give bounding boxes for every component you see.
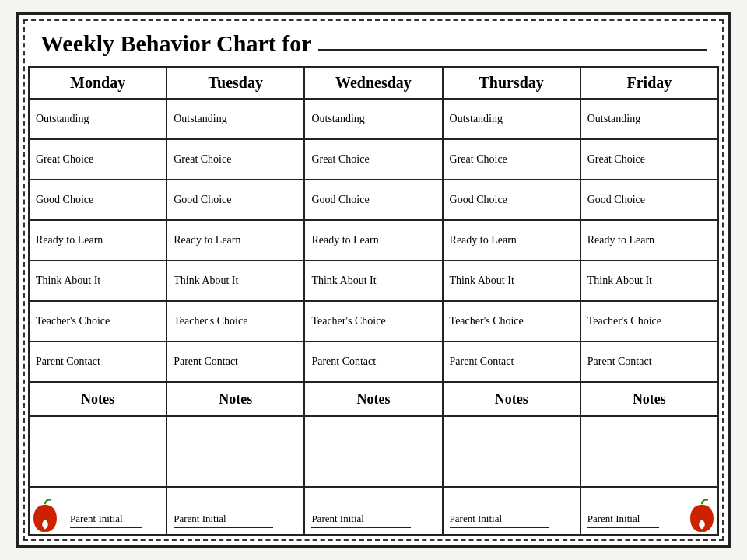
cell-friday-0: Outstanding [580,99,718,139]
cell-monday-3: Ready to Learn [29,220,167,261]
parent-initial-cell-wednesday: Parent Initial [304,487,442,535]
cell-thursday-1: Great Choice [443,139,580,180]
notes-content-friday[interactable] [580,416,718,486]
parent-initial-line-thursday [450,527,549,528]
parent-initial-cell-friday: Parent Initial [580,487,718,535]
behavior-chart-table: Monday Tuesday Wednesday Thursday Friday… [28,66,719,536]
cell-friday-5: Teacher's Choice [580,301,718,341]
cell-friday-6: Parent Contact [580,341,718,382]
cell-thursday-0: Outstanding [443,99,580,139]
notes-content-thursday[interactable] [443,416,580,486]
parent-initial-line-tuesday [174,527,272,528]
cell-tuesday-3: Ready to Learn [167,220,304,261]
parent-initial-cell-monday: Parent Initial [29,487,167,535]
header-thursday: Thursday [443,67,580,99]
cell-monday-4: Think About It [29,261,167,301]
behavior-row-6: Parent ContactParent ContactParent Conta… [29,341,718,382]
parent-initial-label-wednesday: Parent Initial [311,513,435,525]
cell-tuesday-0: Outstanding [167,99,304,139]
cell-wednesday-0: Outstanding [304,99,442,139]
title-area: Weekly Behavior Chart for [28,24,719,66]
parent-initial-line-wednesday [311,527,410,528]
behavior-row-3: Ready to LearnReady to LearnReady to Lea… [29,220,718,261]
behavior-row-2: Good ChoiceGood ChoiceGood ChoiceGood Ch… [29,180,718,220]
cell-tuesday-5: Teacher's Choice [167,301,304,341]
cell-monday-6: Parent Contact [29,341,167,382]
header-friday: Friday [580,67,718,99]
cell-thursday-5: Teacher's Choice [443,301,580,341]
header-tuesday: Tuesday [167,67,304,99]
cell-wednesday-3: Ready to Learn [304,220,442,261]
chart-title: Weekly Behavior Chart for [40,30,312,57]
cell-friday-3: Ready to Learn [580,220,718,261]
behavior-row-4: Think About ItThink About ItThink About … [29,261,718,301]
header-wednesday: Wednesday [304,67,442,99]
title-line [318,49,707,51]
cell-thursday-4: Think About It [443,261,580,301]
cell-monday-0: Outstanding [29,99,167,139]
parent-initial-line-monday [70,527,142,528]
notes-header-monday: Notes [29,382,167,416]
cell-thursday-3: Ready to Learn [443,220,580,261]
parent-initial-row: Parent InitialParent InitialParent Initi… [29,487,718,535]
cell-wednesday-1: Great Choice [304,139,442,180]
cell-tuesday-6: Parent Contact [167,341,304,382]
parent-initial-label-thursday: Parent Initial [450,513,573,525]
cell-wednesday-4: Think About It [304,261,442,301]
cell-tuesday-1: Great Choice [167,139,304,180]
parent-initial-cell-thursday: Parent Initial [443,487,580,535]
notes-content-wednesday[interactable] [304,416,442,486]
behavior-row-5: Teacher's ChoiceTeacher's ChoiceTeacher'… [29,301,718,341]
notes-header-thursday: Notes [443,382,580,416]
notes-content-monday[interactable] [29,416,167,486]
inner-content: Weekly Behavior Chart for Monday Tuesday… [28,24,719,536]
cell-wednesday-2: Good Choice [304,180,442,220]
header-row: Monday Tuesday Wednesday Thursday Friday [29,67,718,99]
parent-initial-line-friday [587,527,659,528]
notes-header-tuesday: Notes [167,382,304,416]
page-container: Weekly Behavior Chart for Monday Tuesday… [16,12,731,548]
notes-header-row: NotesNotesNotesNotesNotes [29,382,718,416]
behavior-row-1: Great ChoiceGreat ChoiceGreat ChoiceGrea… [29,139,718,180]
header-monday: Monday [29,67,167,99]
cell-monday-5: Teacher's Choice [29,301,167,341]
parent-initial-label-monday: Parent Initial [70,513,160,525]
cell-tuesday-2: Good Choice [167,180,304,220]
notes-content-tuesday[interactable] [167,416,304,486]
parent-initial-label-tuesday: Parent Initial [174,513,297,525]
cell-monday-1: Great Choice [29,139,167,180]
cell-monday-2: Good Choice [29,180,167,220]
cell-thursday-6: Parent Contact [443,341,580,382]
cell-wednesday-5: Teacher's Choice [304,301,442,341]
notes-content-row [29,416,718,486]
behavior-row-0: OutstandingOutstandingOutstandingOutstan… [29,99,718,139]
parent-initial-cell-tuesday: Parent Initial [167,487,304,535]
cell-thursday-2: Good Choice [443,180,580,220]
parent-initial-label-friday: Parent Initial [587,513,677,525]
cell-friday-2: Good Choice [580,180,718,220]
cell-friday-4: Think About It [580,261,718,301]
notes-header-wednesday: Notes [304,382,442,416]
cell-friday-1: Great Choice [580,139,718,180]
cell-wednesday-6: Parent Contact [304,341,442,382]
notes-header-friday: Notes [580,382,718,416]
cell-tuesday-4: Think About It [167,261,304,301]
